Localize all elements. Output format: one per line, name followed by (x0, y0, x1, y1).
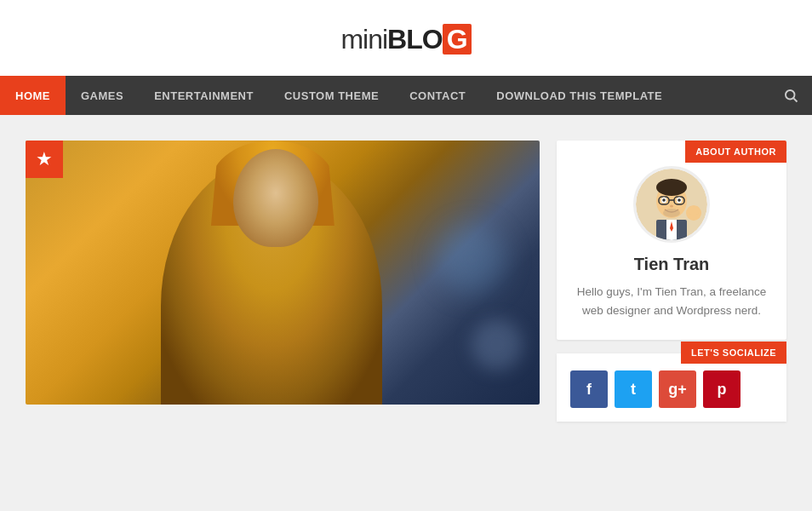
header: miniBLOG (0, 0, 812, 76)
facebook-button[interactable]: f (570, 370, 608, 408)
author-bio: Hello guys, I'm Tien Tran, a freelance w… (574, 283, 769, 319)
logo-mini: mini (340, 24, 387, 55)
logo[interactable]: miniBLOG (340, 24, 471, 55)
featured-image-container (26, 141, 540, 405)
svg-point-13 (663, 209, 680, 217)
sidebar: ABOUT AUTHOR (557, 141, 786, 422)
socialize-section: LET'S SOCIALIZE f t g+ p (557, 353, 786, 422)
nav-item-custom-theme[interactable]: CUSTOM THEME (269, 76, 394, 115)
about-author-badge: ABOUT AUTHOR (685, 141, 786, 163)
about-author-card: ABOUT AUTHOR (557, 141, 786, 340)
bg-decoration-2 (472, 319, 523, 370)
main-nav: HOME GAMES ENTERTAINMENT CUSTOM THEME CO… (0, 76, 812, 115)
nav-item-entertainment[interactable]: ENTERTAINMENT (139, 76, 269, 115)
nav-item-games[interactable]: GAMES (66, 76, 139, 115)
svg-point-12 (670, 205, 673, 208)
twitter-button[interactable]: t (615, 370, 652, 408)
nav-spacer (678, 76, 769, 115)
search-icon[interactable] (769, 76, 812, 115)
about-author-body: Tien Tran Hello guys, I'm Tien Tran, a f… (557, 141, 786, 340)
main-content: ABOUT AUTHOR (0, 115, 812, 439)
svg-line-1 (793, 98, 797, 101)
pinterest-button[interactable]: p (703, 370, 741, 408)
bg-decoration-1 (437, 226, 506, 294)
star-badge[interactable] (26, 141, 63, 178)
logo-blo: BLO (387, 24, 443, 55)
content-area (26, 141, 540, 422)
nav-item-contact[interactable]: CONTACT (394, 76, 481, 115)
featured-image (26, 141, 540, 405)
nav-item-home[interactable]: HOME (0, 76, 66, 115)
google-plus-button[interactable]: g+ (659, 370, 696, 408)
nav-item-download[interactable]: DOWNLOAD THIS TEMPLATE (481, 76, 678, 115)
socialize-badge: LET'S SOCIALIZE (681, 342, 786, 364)
svg-rect-18 (689, 206, 699, 215)
avatar (633, 166, 710, 243)
svg-point-9 (662, 198, 666, 202)
logo-g: G (443, 24, 472, 55)
svg-point-4 (656, 179, 687, 196)
author-name: Tien Tran (574, 255, 769, 274)
hood-overlay (211, 141, 335, 226)
svg-point-0 (786, 90, 795, 100)
socialize-body: f t g+ p (557, 353, 786, 422)
svg-point-11 (678, 198, 681, 202)
